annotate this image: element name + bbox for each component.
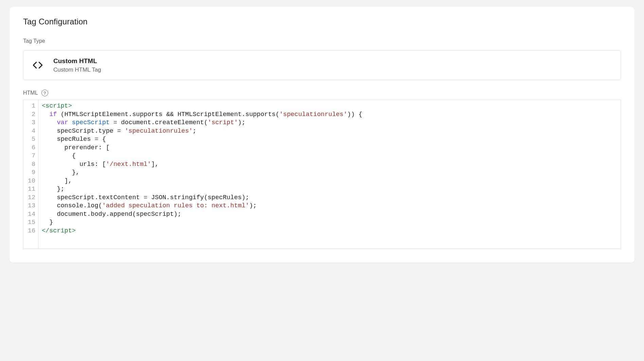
code-line[interactable]: specScript.type = 'speculationrules'; [42, 127, 617, 136]
code-line[interactable]: var specScript = document.createElement(… [42, 119, 617, 127]
tag-configuration-card: Tag Configuration Tag Type Custom HTML C… [10, 7, 634, 263]
line-number: 1 [28, 102, 35, 111]
line-number: 8 [28, 160, 35, 169]
line-number: 12 [28, 194, 35, 202]
line-number: 13 [28, 202, 35, 210]
code-line[interactable]: specRules = { [42, 135, 617, 144]
line-number: 10 [28, 177, 35, 186]
code-line[interactable]: specScript.textContent = JSON.stringify(… [42, 194, 617, 202]
code-line[interactable]: <script> [42, 102, 617, 111]
html-code-editor[interactable]: 12345678910111213141516 <script> if (HTM… [23, 100, 621, 249]
code-line[interactable]: ], [42, 177, 617, 186]
tag-type-label: Tag Type [23, 38, 621, 44]
line-number: 4 [28, 127, 35, 136]
tag-type-name: Custom HTML [53, 57, 101, 66]
line-number: 15 [28, 218, 35, 227]
html-label-row: HTML ? [23, 90, 621, 96]
code-gutter: 12345678910111213141516 [23, 100, 38, 249]
tag-type-text: Custom HTML Custom HTML Tag [53, 57, 101, 74]
code-line[interactable]: }, [42, 169, 617, 177]
code-line[interactable]: prerender: [ [42, 144, 617, 152]
line-number: 5 [28, 135, 35, 144]
html-section-label: HTML [23, 90, 38, 96]
code-line[interactable]: urls: ['/next.html'], [42, 160, 617, 169]
code-line[interactable]: } [42, 218, 617, 227]
code-line[interactable]: </script> [42, 227, 617, 235]
line-number: 9 [28, 169, 35, 177]
line-number: 16 [28, 227, 35, 235]
line-number: 7 [28, 152, 35, 160]
code-icon [32, 59, 44, 71]
code-line[interactable]: if (HTMLScriptElement.supports && HTMLSc… [42, 111, 617, 119]
help-icon[interactable]: ? [41, 90, 48, 96]
line-number: 3 [28, 119, 35, 127]
code-content[interactable]: <script> if (HTMLScriptElement.supports … [38, 100, 621, 249]
code-line[interactable]: console.log('added speculation rules to:… [42, 202, 617, 210]
tag-type-selector[interactable]: Custom HTML Custom HTML Tag [23, 50, 621, 80]
line-number: 11 [28, 185, 35, 194]
tag-type-subtitle: Custom HTML Tag [53, 66, 101, 74]
line-number: 6 [28, 144, 35, 152]
code-line[interactable]: document.body.append(specScript); [42, 210, 617, 219]
code-line[interactable]: }; [42, 185, 617, 194]
code-line[interactable]: { [42, 152, 617, 160]
card-title: Tag Configuration [23, 17, 621, 26]
line-number: 14 [28, 210, 35, 219]
line-number: 2 [28, 111, 35, 119]
